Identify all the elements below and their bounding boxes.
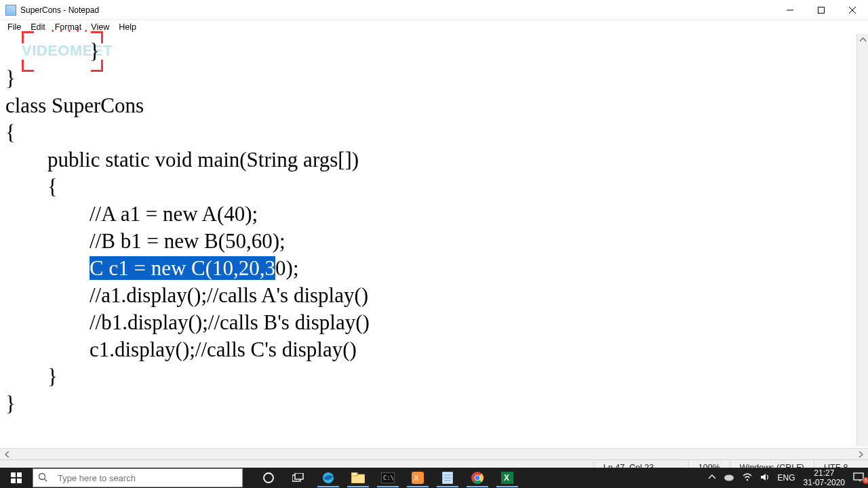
terminal-app-icon[interactable]: C:\ <box>373 468 403 488</box>
search-input[interactable] <box>52 473 242 483</box>
svg-point-28 <box>475 476 480 481</box>
search-icon <box>33 472 52 484</box>
scroll-left-icon[interactable] <box>1 449 13 460</box>
minimize-button[interactable] <box>774 0 806 20</box>
svg-marker-33 <box>761 474 766 481</box>
menu-file[interactable]: File <box>3 20 26 34</box>
svg-rect-5 <box>17 472 22 477</box>
window-buttons <box>774 0 868 20</box>
explorer-app-icon[interactable] <box>343 468 373 488</box>
code-before-selection: } } class SuperCons { public static void… <box>5 39 359 280</box>
edge-app-icon[interactable] <box>313 468 343 488</box>
svg-text:X: X <box>414 474 419 482</box>
action-center-icon[interactable]: 6 <box>849 472 868 484</box>
svg-rect-1 <box>818 7 825 13</box>
svg-line-3 <box>849 7 856 14</box>
tray-clock[interactable]: 21:27 31-07-2020 <box>800 468 849 487</box>
svg-point-10 <box>264 473 273 483</box>
window-title: SuperCons - Notepad <box>20 5 99 15</box>
taskbar: C:\ X X ENG 21:27 31-07-2020 6 <box>0 468 868 488</box>
menu-edit[interactable]: Edit <box>26 20 50 34</box>
svg-point-8 <box>39 473 45 479</box>
start-button[interactable] <box>0 468 33 488</box>
windows-icon <box>11 472 22 483</box>
tray-onedrive-icon[interactable] <box>719 473 738 483</box>
menu-view[interactable]: View <box>86 20 114 34</box>
code-after-selection: //a1.display();//calls A's display() //b… <box>5 283 370 415</box>
svg-text:X: X <box>504 473 509 483</box>
tray-chevron-icon[interactable] <box>705 473 719 483</box>
svg-rect-4 <box>11 472 16 477</box>
cortana-icon[interactable] <box>254 468 283 488</box>
svg-rect-6 <box>11 479 16 483</box>
svg-line-2 <box>849 7 856 14</box>
excel-app-icon[interactable]: X <box>492 468 522 488</box>
selection-tail: 0); <box>275 256 298 280</box>
scroll-right-icon[interactable] <box>855 449 867 460</box>
task-view-icon[interactable] <box>283 468 313 488</box>
tray-time: 21:27 <box>804 468 845 478</box>
svg-rect-34 <box>854 473 863 480</box>
titlebar: SuperCons - Notepad <box>0 0 868 20</box>
system-tray: ENG 21:27 31-07-2020 6 <box>705 468 868 488</box>
chrome-app-icon[interactable] <box>462 468 492 488</box>
svg-rect-12 <box>295 473 303 479</box>
menu-help[interactable]: Help <box>114 20 141 34</box>
svg-line-9 <box>45 479 47 481</box>
svg-point-32 <box>746 479 748 481</box>
selection-highlight: C c1 = new C(10,20,3 <box>90 256 275 280</box>
taskbar-search[interactable] <box>33 468 243 487</box>
menubar: File Edit Format View Help <box>0 20 868 34</box>
maximize-button[interactable] <box>806 0 837 20</box>
tray-wifi-icon[interactable] <box>738 473 756 483</box>
close-button[interactable] <box>837 0 868 20</box>
svg-rect-7 <box>17 479 22 483</box>
svg-text:C:\: C:\ <box>383 474 394 481</box>
svg-point-31 <box>724 474 734 481</box>
text-editor[interactable]: } } class SuperCons { public static void… <box>0 34 868 446</box>
app-icon <box>5 5 16 16</box>
notepad-app-icon[interactable] <box>433 468 462 488</box>
xampp-app-icon[interactable]: X <box>403 468 433 488</box>
notification-badge: 6 <box>863 477 868 484</box>
svg-rect-15 <box>351 472 357 476</box>
tray-date: 31-07-2020 <box>804 478 845 487</box>
tray-volume-icon[interactable] <box>756 473 774 483</box>
taskbar-apps: C:\ X X <box>254 468 522 488</box>
tray-language[interactable]: ENG <box>774 473 800 483</box>
menu-format[interactable]: Format <box>50 20 87 34</box>
horizontal-scrollbar[interactable] <box>0 448 868 460</box>
